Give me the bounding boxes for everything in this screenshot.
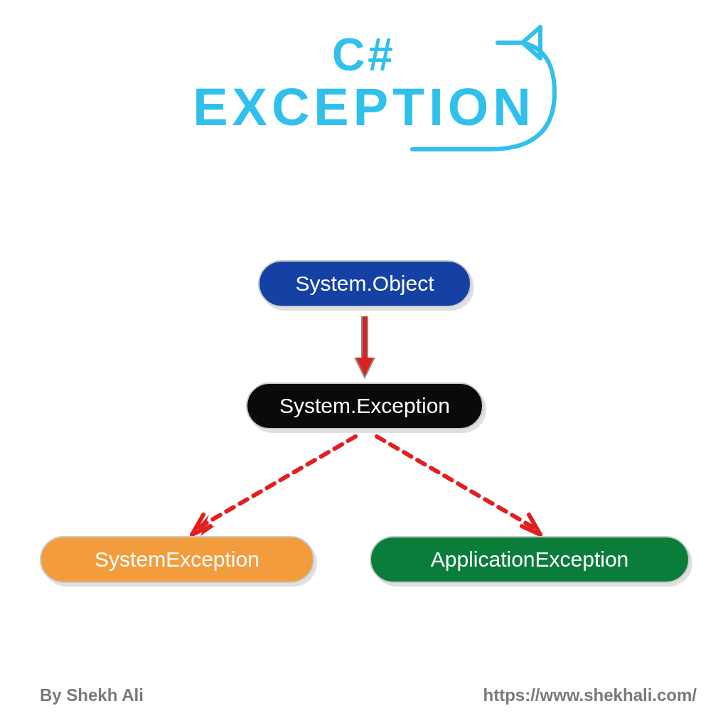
- node-label: SystemException: [95, 547, 259, 571]
- node-systemexception: SystemException: [40, 536, 314, 583]
- arrow-down-icon: [354, 316, 375, 380]
- node-label: System.Exception: [279, 394, 450, 417]
- svg-line-3: [377, 437, 536, 529]
- svg-line-2: [196, 437, 355, 529]
- svg-rect-0: [361, 316, 368, 359]
- node-system-exception: System.Exception: [246, 382, 483, 429]
- node-label: System.Object: [295, 272, 434, 295]
- footer-url: https://www.shekhali.com/: [483, 685, 697, 705]
- node-applicationexception: ApplicationException: [370, 536, 690, 583]
- diagram-title: C# EXCEPTION: [0, 28, 728, 137]
- svg-rect-1: [363, 316, 367, 358]
- title-line-2: EXCEPTION: [0, 77, 728, 137]
- footer-author: By Shekh Ali: [40, 685, 144, 705]
- title-line-1: C#: [0, 28, 728, 81]
- node-label: ApplicationException: [431, 547, 629, 571]
- node-system-object: System.Object: [258, 260, 471, 307]
